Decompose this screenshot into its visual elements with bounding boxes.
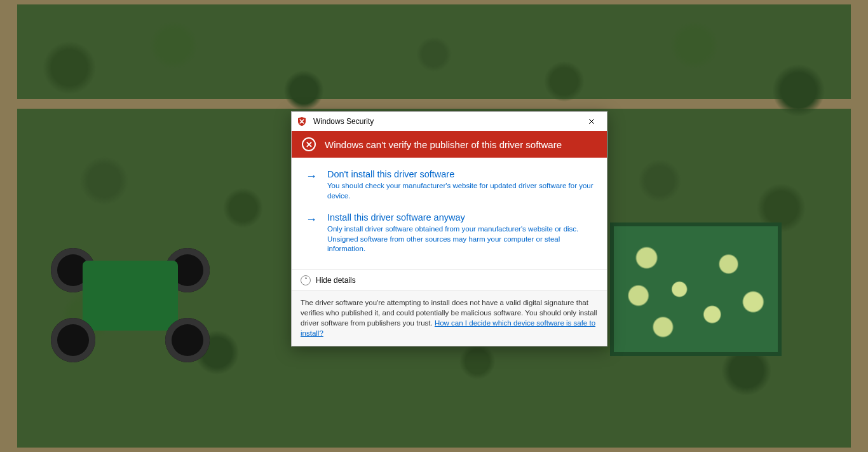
arrow-right-icon: →: [306, 214, 317, 225]
option-install-anyway[interactable]: → Install this driver software anyway On…: [327, 212, 597, 254]
shield-icon: [297, 116, 307, 127]
option-desc: You should check your manufacturer's web…: [327, 181, 597, 201]
banner-text: Windows can't verify the publisher of th…: [325, 139, 562, 150]
error-x-icon: ✕: [302, 137, 316, 151]
option-desc: Only install driver software obtained fr…: [327, 224, 597, 254]
dialog-title: Windows Security: [311, 117, 579, 126]
arrow-right-icon: →: [306, 170, 317, 182]
option-dont-install[interactable]: → Don't install this driver software You…: [327, 169, 597, 201]
windows-security-dialog: Windows Security ✕ Windows can't verify …: [291, 111, 607, 346]
warning-banner: ✕ Windows can't verify the publisher of …: [292, 131, 607, 158]
chevron-up-icon: ˄: [301, 275, 311, 285]
close-icon: [588, 118, 595, 125]
desktop-wallpaper-tractor: [38, 235, 229, 369]
option-title: Don't install this driver software: [327, 169, 597, 179]
toggle-label: Hide details: [316, 276, 356, 285]
details-panel: The driver software you're attempting to…: [292, 291, 607, 346]
options-list: → Don't install this driver software You…: [292, 158, 607, 270]
dialog-titlebar: Windows Security: [292, 112, 607, 131]
option-title: Install this driver software anyway: [327, 212, 597, 223]
desktop-wallpaper-trailer: [610, 223, 782, 356]
hide-details-toggle[interactable]: ˄ Hide details: [292, 270, 607, 291]
close-button[interactable]: [579, 113, 604, 130]
